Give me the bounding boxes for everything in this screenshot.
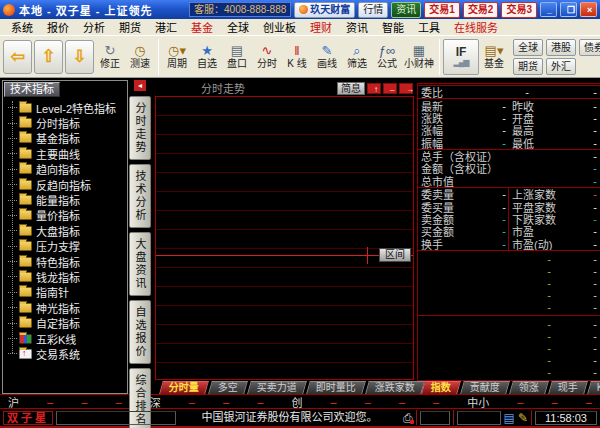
market-summary-item[interactable]: – [223, 396, 229, 408]
market-summary-item[interactable]: 中小 [467, 394, 489, 410]
vertical-tab[interactable]: 分时走势 [129, 96, 151, 160]
tree-item[interactable]: 压力支撑 [8, 239, 127, 254]
menu-item[interactable]: 在线服务 [447, 19, 505, 35]
nav-arrow-button[interactable]: ⇧ [34, 40, 63, 74]
quote-tab[interactable]: 领涨 [509, 381, 549, 394]
tree-item[interactable]: Level-2特色指标 [8, 100, 127, 115]
close-button[interactable]: × [580, 2, 597, 17]
market-summary-item[interactable]: – [552, 396, 558, 408]
index-row[interactable]: - - [421, 342, 597, 354]
info-tag[interactable]: 简息 [337, 82, 365, 95]
market-summary-item[interactable]: – [365, 396, 371, 408]
tool-button[interactable]: ∿ 分时 [252, 38, 282, 76]
quote-tab[interactable]: K线 [587, 381, 600, 394]
printer-icon[interactable]: ⎙ [403, 411, 413, 425]
tree-item[interactable]: 神光指标 [8, 300, 127, 315]
market-summary-item[interactable]: – [433, 396, 439, 408]
index-row[interactable]: - - [421, 253, 597, 265]
tree-item[interactable]: 指南针 [8, 285, 127, 300]
menu-item[interactable]: 智能 [375, 19, 411, 35]
trade-button[interactable]: 交易1 [424, 2, 460, 18]
chart-tab[interactable]: 分时量 [159, 381, 209, 394]
market-summary-item[interactable]: – [81, 396, 87, 408]
menu-item[interactable]: 分析 [76, 19, 112, 35]
tree-item[interactable]: 钱龙指标 [8, 269, 127, 284]
restore-button[interactable]: ❐ [560, 2, 577, 17]
trade-button[interactable]: 交易3 [501, 2, 537, 18]
quote-tab[interactable]: 贡献度 [460, 381, 510, 394]
market-summary-item[interactable]: – [330, 396, 336, 408]
nav-arrow-button[interactable]: ⇩ [65, 40, 94, 74]
market-summary-item[interactable]: 沪 [8, 394, 19, 410]
nav-arrow-button[interactable]: ⇦ [3, 40, 32, 74]
fund-button[interactable]: ▤▾ 基金 [479, 38, 509, 76]
tool-button[interactable]: ƒ∞ 公式 [372, 38, 402, 76]
tree-item[interactable]: 趋向指标 [8, 162, 127, 177]
index-row[interactable]: - - [421, 277, 597, 289]
tool-button[interactable]: ◷ 测速 [125, 38, 155, 76]
minimize-button[interactable]: _ [540, 2, 557, 17]
vertical-tab[interactable]: 技术分析 [129, 164, 151, 228]
market-summary-item[interactable]: – [115, 396, 121, 408]
tree-item[interactable]: 分时指标 [8, 115, 127, 130]
menu-item[interactable]: 工具 [411, 19, 447, 35]
index-row[interactable]: - - [421, 318, 597, 330]
market-summary-item[interactable]: – [189, 396, 195, 408]
market-button[interactable]: 全球 [513, 39, 543, 56]
menu-item[interactable]: 系统 [4, 19, 40, 35]
chart-tab[interactable]: 即时量比 [306, 381, 366, 394]
tree-item[interactable]: 大盘指标 [8, 223, 127, 238]
document-icon[interactable]: ▤ [504, 411, 515, 425]
market-button[interactable]: 期货 [513, 58, 543, 75]
quote-tab[interactable]: 现手 [548, 381, 588, 394]
tree-item[interactable]: 反趋向指标 [8, 177, 127, 192]
tree-item[interactable]: 特色指标 [8, 254, 127, 269]
menu-item[interactable]: 基金 [184, 19, 220, 35]
tree-item[interactable]: 交易系统 [8, 346, 127, 361]
menu-item[interactable]: 港汇 [148, 19, 184, 35]
market-summary-item[interactable]: 创 [291, 394, 302, 410]
tree-item[interactable]: 自定指标 [8, 315, 127, 330]
quote-tab[interactable]: 指数 [421, 381, 461, 394]
market-button[interactable]: 港股 [546, 39, 576, 56]
market-summary-item[interactable]: – [586, 396, 592, 408]
market-summary-item[interactable]: – [47, 396, 53, 408]
vertical-tab[interactable]: 自选报价 [129, 300, 151, 364]
quotes-button[interactable]: 行情 [358, 2, 388, 18]
menu-item[interactable]: 期货 [112, 19, 148, 35]
tree-item[interactable]: 主要曲线 [8, 146, 127, 161]
tree-item[interactable]: 五彩K线 [8, 331, 127, 346]
tree-item[interactable]: 基金指标 [8, 131, 127, 146]
tool-button[interactable]: ★ 自选 [192, 38, 222, 76]
index-row[interactable]: - - [421, 354, 597, 366]
index-row[interactable]: - - [421, 301, 597, 313]
trade-button[interactable]: 交易2 [463, 2, 499, 18]
market-button[interactable]: 外汇 [546, 58, 576, 75]
pane-control-icon[interactable]: → [399, 83, 413, 94]
tool-button[interactable]: ◷▾ 周期 [162, 38, 192, 76]
news-button[interactable]: 资讯 [391, 2, 421, 18]
market-summary-item[interactable]: 深 [150, 394, 161, 410]
chart-tab[interactable]: 买卖力道 [247, 381, 307, 394]
chart-tab[interactable]: 多空 [208, 381, 248, 394]
tool-button[interactable]: ▤ 盘口 [222, 38, 252, 76]
intraday-chart[interactable]: 区间 [155, 96, 414, 380]
vertical-tab[interactable]: 大盘资讯 [129, 232, 151, 296]
pencil-icon[interactable]: ✎ [518, 411, 528, 425]
pane-control-icon[interactable]: – [383, 83, 397, 94]
market-summary-item[interactable]: – [257, 396, 263, 408]
tool-button[interactable]: ▦ 小财神 [402, 38, 436, 76]
chart-tab[interactable]: 涨跌家数 [365, 381, 425, 394]
menu-item[interactable]: 理财 [303, 19, 339, 35]
menu-item[interactable]: 全球 [220, 19, 256, 35]
market-button[interactable]: 债券 [579, 39, 600, 56]
market-summary-item[interactable]: – [399, 396, 405, 408]
tree-item[interactable]: 能量指标 [8, 192, 127, 207]
collapse-icon[interactable]: ◂ [134, 80, 146, 91]
index-row[interactable]: - - [421, 366, 597, 378]
index-row[interactable]: - - [421, 330, 597, 342]
brand-button[interactable]: 玖天财富 [294, 2, 355, 18]
pane-control-icon[interactable]: ↑ [367, 83, 381, 94]
tool-button[interactable]: ↻ 修正 [95, 38, 125, 76]
menu-item[interactable]: 资讯 [339, 19, 375, 35]
